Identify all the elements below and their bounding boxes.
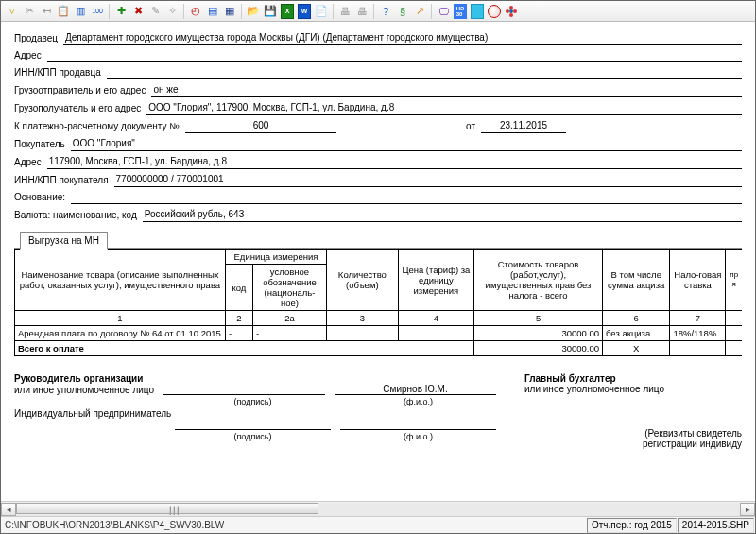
arrow-out-icon[interactable]: ↗	[412, 4, 427, 19]
status-bar: C:\INFOBUKH\ORN2013\BLANKS\P4_SWV30.BLW …	[1, 516, 755, 533]
th-symbol: условное обозначение (националь-ное)	[252, 265, 326, 311]
teamviewer-icon[interactable]	[470, 4, 485, 19]
plus-icon[interactable]: ✚	[113, 4, 129, 19]
paste-icon[interactable]: 📋	[56, 4, 71, 19]
letter-icon[interactable]: ▤	[205, 4, 220, 19]
consignee-value[interactable]: ООО "Глория", 117900, Москва, ГСП-1, ул.…	[146, 101, 742, 115]
cell-price[interactable]	[398, 326, 473, 341]
open-icon[interactable]: 📂	[246, 4, 261, 19]
th-unit: Единица измерения	[225, 250, 326, 265]
save-icon[interactable]: 💾	[263, 4, 278, 19]
pencil-icon[interactable]: ✎	[147, 4, 163, 19]
scroll-thumb[interactable]: ┃┃┃	[16, 503, 318, 514]
align-left-icon[interactable]: ↤	[39, 4, 54, 19]
separator	[333, 4, 334, 19]
cell-cost[interactable]: 30000.00	[474, 326, 603, 341]
print-all-icon[interactable]: 🖶	[354, 4, 369, 19]
separator	[109, 4, 110, 19]
paydoc-ot: от	[466, 120, 475, 133]
consignor-value[interactable]: он же	[151, 83, 742, 97]
flower-icon[interactable]	[504, 4, 519, 19]
columns-icon[interactable]: ▥	[73, 4, 88, 19]
inn-buyer-label: ИНН/КПП покупателя	[14, 174, 109, 187]
caption-sign: (подпись)	[175, 397, 331, 406]
chief-acc-label: Главный бухгалтер	[524, 373, 742, 384]
caption-fio: (ф.и.о.)	[340, 397, 496, 406]
main-toolbar: ▿ ✂ ↤ 📋 ▥ 100 ✚ ✖ ✎ ✧ ◴ ▤ ▦ 📂 💾 X W 📄 🖶 …	[1, 1, 755, 22]
total-excise: X	[603, 341, 670, 356]
scissors-icon[interactable]: ✂	[22, 4, 37, 19]
currency-value[interactable]: Российский рубль, 643	[143, 208, 742, 222]
paydoc-date[interactable]: 23.11.2015	[481, 119, 566, 133]
signature-area: Руководитель организации или иное уполно…	[14, 373, 742, 449]
rekv-2: регистрации индивиду	[524, 439, 742, 449]
separator	[183, 4, 184, 19]
consignor-label: Грузоотправитель и его адрес	[14, 84, 146, 97]
ne-icon[interactable]: НЭ30	[453, 4, 468, 19]
monitor-icon[interactable]: 🖵	[436, 4, 451, 19]
th-price: Цена (тариф) за единицу измерения	[398, 250, 473, 311]
paydoc-label: К платежно-расчетному документу №	[14, 120, 180, 133]
buyer-value[interactable]: ООО "Глория"	[71, 137, 742, 151]
pdf-icon[interactable]: ◴	[188, 4, 203, 19]
sig-line-ip[interactable]	[175, 419, 331, 430]
scroll-left-button[interactable]: ◂	[1, 503, 16, 516]
funnel-icon[interactable]: ▿	[5, 4, 20, 19]
caption-sign-2: (подпись)	[175, 432, 331, 441]
cell-symbol[interactable]: -	[252, 326, 326, 341]
buyer-addr-value[interactable]: 117900, Москва, ГСП-1, ул. Бардина, д.8	[47, 155, 742, 169]
svg-point-0	[509, 6, 513, 9]
link-icon[interactable]: §	[395, 4, 410, 19]
cell-qty[interactable]	[326, 326, 398, 341]
xls-icon[interactable]: X	[280, 4, 295, 19]
total-row: Всего к оплате 30000.00 X	[15, 341, 743, 356]
tab-upload-mn[interactable]: Выгрузка на МН	[20, 232, 108, 250]
head-label: Руководитель организации	[14, 373, 496, 384]
fio-ip[interactable]	[340, 419, 496, 430]
cell-code[interactable]: -	[225, 326, 252, 341]
currency-label: Валюта: наименование, код	[14, 209, 137, 222]
th-cost: Стоимость товаров (работ,услуг), имущест…	[474, 250, 603, 311]
delete-icon[interactable]: ✖	[130, 4, 146, 19]
print-icon[interactable]: 🖶	[337, 4, 352, 19]
tab-strip: Выгрузка на МН	[14, 228, 742, 249]
globe-icon[interactable]	[487, 4, 502, 19]
table-row[interactable]: Арендная плата по договору № 64 от 01.10…	[15, 326, 743, 341]
th-qty: Количество (объем)	[326, 250, 398, 311]
svg-point-2	[506, 9, 509, 13]
inn-seller-value[interactable]	[107, 68, 742, 79]
total-cost: 30000.00	[474, 341, 603, 356]
svg-point-3	[513, 9, 517, 13]
svg-point-4	[509, 9, 513, 13]
cell-excise[interactable]: без акциза	[603, 326, 670, 341]
status-period: Отч.пер.: год 2015	[587, 518, 677, 533]
separator	[373, 4, 374, 19]
caption-fio-2: (ф.и.о.)	[340, 432, 496, 441]
cell-name[interactable]: Арендная плата по договору № 64 от 01.10…	[15, 326, 226, 341]
items-table: Наименование товара (описание выполненны…	[14, 249, 742, 356]
help-icon[interactable]: ?	[378, 4, 393, 19]
basis-value[interactable]	[71, 193, 742, 204]
scroll-right-button[interactable]: ▸	[740, 503, 755, 516]
th-rate: Нало-говая ставка	[670, 250, 726, 311]
inn-buyer-value[interactable]: 7700000000 / 770001001	[114, 173, 742, 187]
status-path: C:\INFOBUKH\ORN2013\BLANKS\P4_SWV30.BLW	[1, 520, 228, 530]
cell-rate[interactable]: 18%/118%	[670, 326, 726, 341]
zoom-icon[interactable]: 100	[90, 4, 105, 19]
wand-icon[interactable]: ✧	[164, 4, 180, 19]
report-icon[interactable]: 📄	[314, 4, 329, 19]
address-value[interactable]	[47, 51, 742, 62]
rekv-1: (Реквизиты свидетель	[524, 428, 742, 439]
th-edge: пр я	[726, 250, 742, 311]
sig-line-head[interactable]	[163, 384, 325, 395]
document-area: Продавец Департамент городского имуществ…	[1, 22, 755, 501]
word-icon[interactable]: W	[297, 4, 312, 19]
paydoc-num[interactable]: 600	[185, 119, 336, 133]
seller-value[interactable]: Департамент городского имущества города …	[63, 31, 742, 45]
scroll-track[interactable]: ┃┃┃	[16, 503, 740, 516]
buyer-addr-label: Адрес	[14, 156, 42, 169]
th-code: код	[225, 265, 252, 311]
horizontal-scrollbar[interactable]: ◂ ┃┃┃ ▸	[1, 501, 755, 516]
calculator-icon[interactable]: ▦	[222, 4, 237, 19]
fio-head[interactable]: Смирнов Ю.М.	[335, 384, 496, 395]
